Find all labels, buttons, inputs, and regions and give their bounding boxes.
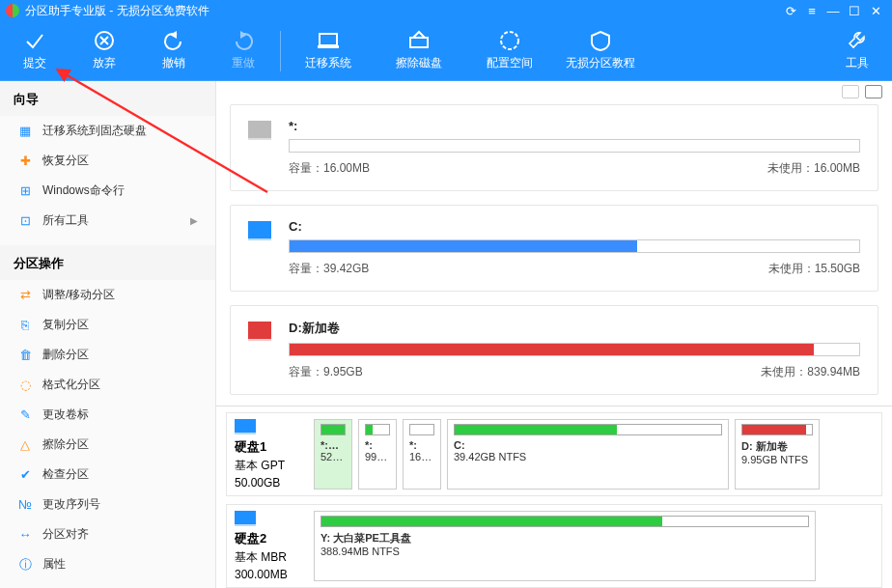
partition-name: C:	[454, 439, 722, 451]
tools-label: 工具	[846, 56, 869, 70]
unused-label: 未使用：839.94MB	[761, 364, 860, 380]
partition-size: 52…	[321, 451, 346, 462]
migrate-label: 迁移系统	[305, 56, 351, 70]
unused-label: 未使用：16.00MB	[767, 160, 860, 177]
content-area: *:容量：16.00MB未使用：16.00MBC:容量：39.42GB未使用：1…	[216, 81, 892, 588]
sidebar-section-partition: 分区操作	[0, 245, 215, 280]
partition-name: *:	[409, 439, 434, 451]
sidebar: 向导 ▦迁移系统到固态硬盘✚恢复分区⊞Windows命令行⊡所有工具▶ 分区操作…	[0, 81, 216, 588]
discard-button[interactable]: 放弃	[70, 30, 139, 71]
usage-bar	[289, 239, 860, 253]
partition[interactable]: *:99…	[358, 419, 397, 490]
partition-size: 99…	[365, 451, 390, 462]
disk-icon	[248, 322, 271, 339]
disk-icon	[235, 511, 256, 524]
partition-bar	[454, 424, 722, 435]
disk-row: 硬盘1基本 GPT50.00GB*:…52…*:99…*:16…C:39.42G…	[226, 412, 882, 496]
usage-bar	[289, 139, 860, 153]
unused-label: 未使用：15.50GB	[768, 261, 860, 277]
chevron-right-icon: ▶	[190, 215, 198, 226]
sidebar-item-label: 复制分区	[42, 317, 89, 333]
align-icon: ↔	[17, 527, 33, 543]
disk-type: 基本 MBR	[235, 549, 306, 566]
disk-row: 硬盘2基本 MBR300.00MBY: 大白菜PE工具盘388.94MB NTF…	[226, 504, 882, 588]
minimize-button[interactable]: —	[822, 4, 844, 18]
sidebar-item-label: 恢复分区	[42, 153, 89, 169]
partition-bar	[365, 424, 390, 435]
lossless-label: 无损分区教程	[566, 56, 635, 70]
partition-name: Y: 大白菜PE工具盘	[321, 531, 809, 546]
partition[interactable]: *:16…	[403, 419, 441, 490]
maximize-button[interactable]: ☐	[844, 4, 865, 18]
fmt-icon: ◌	[17, 378, 33, 393]
partition-bar	[741, 424, 813, 435]
sidebar-item[interactable]: △擦除分区	[0, 430, 215, 460]
undo-label: 撤销	[162, 56, 185, 70]
disk-size: 50.00GB	[235, 476, 306, 490]
partition-size: 388.94MB NTFS	[321, 546, 809, 557]
sidebar-item[interactable]: ✚恢复分区	[0, 146, 215, 176]
undo-button[interactable]: 撤销	[139, 30, 209, 71]
svg-rect-3	[318, 45, 339, 48]
partition-bar	[321, 516, 809, 527]
titlebar: 分区助手专业版 - 无损分区免费软件 ⟳ ≡ — ☐ ✕	[0, 0, 892, 21]
capacity-label: 容量：16.00MB	[289, 160, 767, 177]
disk-map-pane: 硬盘1基本 GPT50.00GB*:…52…*:99…*:16…C:39.42G…	[216, 406, 892, 588]
view-list-icon[interactable]	[842, 85, 859, 98]
migrate-os-button[interactable]: 迁移系统	[283, 30, 374, 71]
sidebar-item[interactable]: 🗑删除分区	[0, 340, 215, 370]
sidebar-item[interactable]: ⊡所有工具▶	[0, 206, 215, 236]
lossless-tutorial-button[interactable]: 无损分区教程	[555, 30, 646, 71]
sidebar-item[interactable]: ⇄调整/移动分区	[0, 280, 215, 310]
sidebar-item-label: 检查分区	[42, 466, 89, 483]
close-button[interactable]: ✕	[865, 4, 886, 18]
del-icon: 🗑	[17, 348, 33, 363]
partition-name: *:…	[321, 439, 346, 451]
refresh-icon[interactable]: ⟳	[780, 4, 801, 18]
sidebar-item[interactable]: №更改序列号	[0, 490, 215, 519]
disk-icon	[235, 419, 256, 433]
sidebar-item[interactable]: ▦迁移系统到固态硬盘	[0, 116, 215, 146]
disk-card[interactable]: D:新加卷容量：9.95GB未使用：839.94MB	[230, 305, 878, 395]
sidebar-item[interactable]: ◌格式化分区	[0, 370, 215, 400]
sidebar-item-label: 删除分区	[42, 347, 89, 363]
view-toggle	[216, 81, 892, 102]
grid-icon: ⊡	[17, 213, 33, 229]
sidebar-item[interactable]: ✔检查分区	[0, 460, 215, 490]
sidebar-item-label: 更改序列号	[42, 496, 100, 513]
submit-button[interactable]: 提交	[0, 30, 70, 71]
disk-name: 硬盘1	[235, 438, 306, 456]
redo-button[interactable]: 重做	[209, 30, 278, 71]
capacity-label: 容量：39.42GB	[289, 261, 768, 277]
partition[interactable]: *:…52…	[314, 419, 352, 490]
sidebar-item[interactable]: ↔分区对齐	[0, 519, 215, 549]
sidebar-item-label: 更改卷标	[42, 406, 89, 423]
sidebar-item[interactable]: ✎更改卷标	[0, 400, 215, 430]
erase-disk-button[interactable]: 擦除磁盘	[374, 30, 464, 71]
app-logo	[6, 4, 19, 17]
partition[interactable]: C:39.42GB NTFS	[447, 419, 729, 490]
submit-label: 提交	[23, 56, 46, 70]
tools-button[interactable]: 工具	[822, 30, 892, 71]
sidebar-item[interactable]: ⎘复制分区	[0, 310, 215, 340]
disk-card[interactable]: C:容量：39.42GB未使用：15.50GB	[230, 205, 878, 292]
svg-point-5	[501, 32, 518, 49]
sidebar-item[interactable]: ⊞Windows命令行	[0, 176, 215, 206]
partition[interactable]: Y: 大白菜PE工具盘388.94MB NTFS	[314, 511, 816, 581]
allocate-space-button[interactable]: 配置空间	[464, 30, 555, 71]
toolbar: 提交 放弃 撤销 重做 迁移系统 擦除磁盘 配置空间 无损分区教程 工具	[0, 21, 892, 81]
sidebar-item-label: 属性	[42, 556, 66, 573]
disk-card[interactable]: *:容量：16.00MB未使用：16.00MB	[230, 104, 878, 191]
recover-icon: ✚	[17, 154, 33, 169]
chk-icon: ✔	[17, 467, 33, 483]
partition-size: 9.95GB NTFS	[741, 454, 813, 465]
sidebar-item-label: 调整/移动分区	[42, 287, 115, 303]
window-title: 分区助手专业版 - 无损分区免费软件	[25, 3, 209, 19]
disk-size: 300.00MB	[235, 568, 306, 581]
partition-name: *:	[365, 439, 390, 451]
sidebar-item[interactable]: ⓘ属性	[0, 549, 215, 579]
partition[interactable]: D: 新加卷9.95GB NTFS	[735, 419, 820, 490]
view-grid-icon[interactable]	[865, 85, 882, 98]
menu-icon[interactable]: ≡	[801, 4, 822, 18]
svg-rect-2	[320, 34, 337, 45]
